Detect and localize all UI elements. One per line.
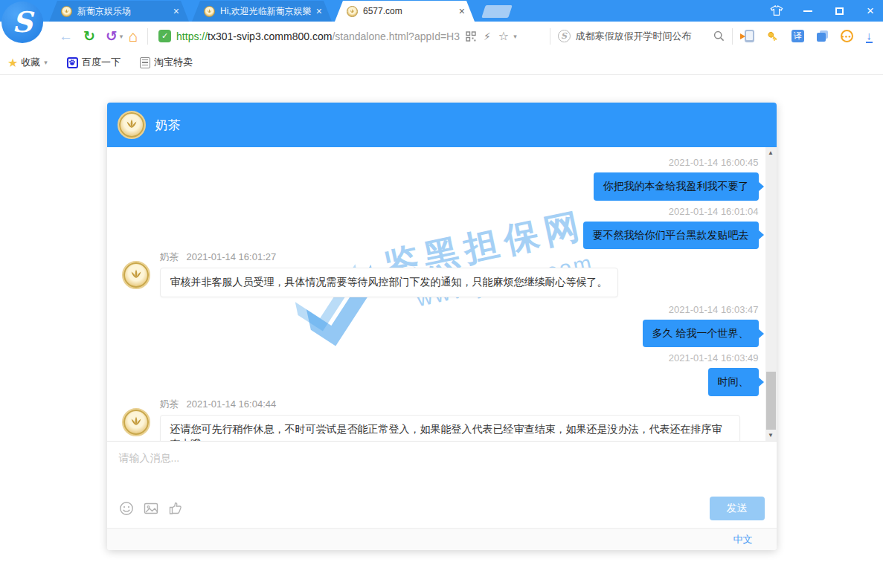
image-upload-icon[interactable] bbox=[144, 501, 158, 516]
bookmark-label: 淘宝特卖 bbox=[154, 56, 193, 69]
message-timestamp: 2021-01-14 16:03:47 bbox=[669, 304, 759, 315]
chat-agent-name: 奶茶 bbox=[155, 117, 181, 134]
message-timestamp: 2021-01-14 16:01:04 bbox=[669, 206, 759, 217]
collection-icon[interactable] bbox=[817, 30, 828, 42]
back-button-icon[interactable]: ← bbox=[59, 29, 73, 43]
tab-title: Hi,欢迎光临新葡京娱樂 bbox=[220, 5, 314, 18]
agent-avatar-icon bbox=[122, 408, 150, 436]
scrollbar-thumb[interactable] bbox=[766, 372, 776, 430]
undo-dropdown-icon[interactable]: ▾ bbox=[120, 33, 123, 40]
toolbar-extensions: 译 ●●● ↓ bbox=[737, 30, 883, 43]
window-controls: × bbox=[770, 0, 877, 22]
agent-message-row: 奶茶2021-01-14 16:04:44 还请您可先行稍作休息，不时可尝试是否… bbox=[122, 398, 759, 441]
quick-action-lightning-icon[interactable]: ⚡ bbox=[484, 30, 491, 42]
chat-scrollbar[interactable]: ▲ ▼ bbox=[765, 147, 777, 441]
thumbs-up-icon[interactable] bbox=[168, 501, 183, 516]
url-path: /standalone.html?appId=H3 bbox=[332, 30, 460, 42]
more-options-icon[interactable]: ●●● bbox=[841, 30, 853, 42]
favorites-menu[interactable]: ★ 收藏 ▾ bbox=[7, 56, 48, 70]
page-content: 奶茶 鉴黑担保网 www.jhdb8.com 2021-01-14 16:00:… bbox=[0, 103, 883, 588]
message-timestamp: 2021-01-14 16:03:49 bbox=[669, 352, 759, 364]
search-suggestion-text[interactable]: 成都寒假放假开学时间公布 bbox=[576, 30, 713, 43]
scroll-down-icon[interactable]: ▼ bbox=[765, 430, 777, 441]
address-bar[interactable]: ✓ https://tx301-svip3.comm800.com/standa… bbox=[152, 29, 545, 43]
skin-tshirt-icon[interactable] bbox=[770, 4, 783, 18]
tab-close-icon[interactable]: × bbox=[314, 6, 324, 16]
search-icon[interactable] bbox=[713, 30, 725, 42]
undo-button-icon[interactable]: ↺ bbox=[106, 29, 118, 43]
divider bbox=[147, 28, 148, 45]
window-close-button[interactable]: × bbox=[864, 4, 877, 18]
tab-close-icon[interactable]: × bbox=[457, 6, 467, 16]
tab-6577-active[interactable]: 6577.com × bbox=[335, 1, 475, 22]
favorites-label: 收藏 bbox=[21, 56, 40, 69]
list-icon bbox=[140, 57, 150, 68]
message-timestamp: 2021-01-14 16:00:45 bbox=[669, 157, 759, 168]
tab-title: 新葡京娱乐场 bbox=[77, 5, 171, 18]
agent-name: 奶茶 bbox=[160, 251, 179, 262]
user-message-bubble: 多久 给我一个世界、 bbox=[643, 320, 759, 348]
user-message-bubble: 要不然我给你们平台黑款发贴吧去 bbox=[583, 222, 759, 250]
download-icon[interactable]: ↓ bbox=[866, 30, 873, 43]
url-text[interactable]: https://tx301-svip3.comm800.com/standalo… bbox=[176, 30, 460, 42]
language-link[interactable]: 中文 bbox=[733, 533, 753, 546]
browser-titlebar: S 新葡京娱乐场 × Hi,欢迎光临新葡京娱樂 × 6577.com × × bbox=[0, 0, 883, 22]
tab-welcome[interactable]: Hi,欢迎光临新葡京娱樂 × bbox=[192, 1, 332, 22]
bookmarks-bar: ★ 收藏 ▾ 百度一下 淘宝特卖 bbox=[0, 51, 883, 75]
url-protocol: https:// bbox=[176, 30, 208, 42]
bookmark-label: 百度一下 bbox=[82, 56, 121, 69]
emoji-icon[interactable] bbox=[119, 501, 134, 516]
chat-footer: 中文 bbox=[107, 528, 777, 550]
send-to-phone-icon[interactable] bbox=[745, 30, 754, 42]
send-button[interactable]: 发送 bbox=[710, 497, 765, 520]
bookmark-baidu[interactable]: 百度一下 bbox=[67, 56, 121, 69]
favorites-dropdown-icon: ▾ bbox=[44, 59, 48, 66]
refresh-button-icon[interactable]: ↻ bbox=[83, 29, 95, 43]
home-button-icon[interactable]: ⌂ bbox=[128, 28, 138, 44]
chat-window: 奶茶 鉴黑担保网 www.jhdb8.com 2021-01-14 16:00:… bbox=[107, 103, 777, 550]
chat-header: 奶茶 bbox=[107, 103, 777, 147]
browser-toolbar: ← ↻ ↺ ▾ ⌂ ✓ https://tx301-svip3.comm800.… bbox=[0, 22, 883, 51]
user-message-bubble: 你把我的本金给我盈利我不要了 bbox=[594, 172, 759, 201]
translate-icon[interactable]: 译 bbox=[792, 30, 804, 42]
add-favorite-star-icon[interactable]: ☆ bbox=[498, 29, 509, 43]
agent-message-bubble: 审核并非客服人员受理，具体情况需要等待风控部门下发的通知，只能麻烦您继续耐心等候… bbox=[160, 268, 618, 297]
password-key-icon[interactable] bbox=[767, 30, 779, 42]
message-timestamp: 2021-01-14 16:04:44 bbox=[187, 398, 277, 410]
message-timestamp: 2021-01-14 16:01:27 bbox=[187, 251, 277, 262]
qr-code-icon[interactable] bbox=[466, 31, 476, 42]
user-message-bubble: 时间、 bbox=[708, 368, 759, 396]
minimize-button[interactable] bbox=[801, 4, 815, 18]
url-host: tx301-svip3.comm800.com bbox=[208, 30, 332, 42]
tab-close-icon[interactable]: × bbox=[171, 6, 182, 16]
agent-avatar-icon bbox=[122, 261, 150, 289]
baidu-paw-icon bbox=[67, 57, 78, 68]
maximize-button[interactable] bbox=[832, 4, 846, 18]
agent-message-row: 奶茶2021-01-14 16:01:27 审核并非客服人员受理，具体情况需要等… bbox=[122, 251, 759, 297]
tab-favicon-gold-icon bbox=[61, 6, 72, 17]
tab-favicon-gold-icon bbox=[204, 6, 215, 17]
message-input[interactable] bbox=[107, 442, 732, 480]
agent-message-bubble: 还请您可先行稍作休息，不时可尝试是否能正常登入，如果能登入代表已经审查结束，如果… bbox=[160, 415, 740, 441]
search-box[interactable]: S 成都寒假放假开学时间公布 bbox=[555, 30, 728, 43]
chat-input-area: 发送 bbox=[107, 441, 777, 528]
agent-avatar-icon bbox=[118, 111, 146, 139]
divider bbox=[732, 28, 733, 45]
favorite-dropdown-icon[interactable]: ▾ bbox=[513, 33, 517, 40]
new-tab-button[interactable] bbox=[481, 5, 513, 18]
security-shield-icon[interactable]: ✓ bbox=[158, 30, 171, 42]
search-engine-icon[interactable]: S bbox=[558, 30, 571, 42]
favorites-star-icon: ★ bbox=[7, 56, 18, 70]
divider bbox=[550, 28, 550, 45]
agent-name: 奶茶 bbox=[160, 398, 179, 410]
scroll-up-icon[interactable]: ▲ bbox=[765, 147, 777, 158]
bookmark-taobao[interactable]: 淘宝特卖 bbox=[140, 56, 193, 69]
sogou-browser-logo-icon[interactable]: S bbox=[1, 1, 43, 43]
tab-xinpujing[interactable]: 新葡京娱乐场 × bbox=[49, 1, 189, 22]
message-area: 鉴黑担保网 www.jhdb8.com 2021-01-14 16:00:45 … bbox=[107, 147, 777, 441]
tab-strip: 新葡京娱乐场 × Hi,欢迎光临新葡京娱樂 × 6577.com × bbox=[49, 0, 510, 22]
input-toolbar: 发送 bbox=[107, 497, 777, 520]
tab-title: 6577.com bbox=[363, 6, 457, 16]
message-list: 2021-01-14 16:00:45 你把我的本金给我盈利我不要了 2021-… bbox=[107, 147, 777, 441]
tab-favicon-gold-icon bbox=[347, 6, 358, 17]
